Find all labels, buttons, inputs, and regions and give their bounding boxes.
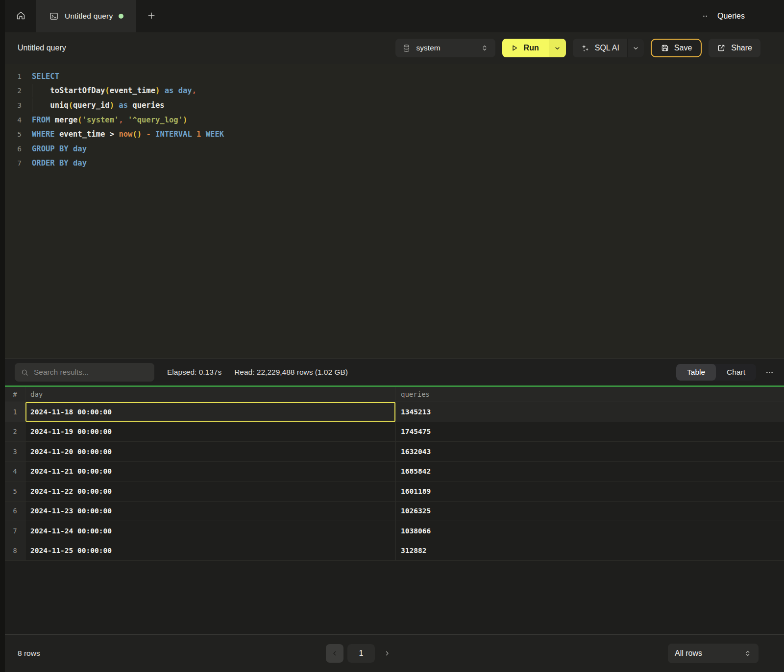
row-index-cell[interactable]: 2 (5, 422, 25, 442)
queries-button[interactable]: Queries (717, 12, 745, 21)
sql-ai-button-group: SQL AI (573, 39, 644, 57)
line-number: 6 (5, 145, 22, 153)
code-line[interactable]: 2 toStartOfDay(event_time) as day, (5, 84, 784, 98)
table-row: 62024-11-23 00:00:001026325 (5, 502, 784, 522)
page-size-select[interactable]: All rows (668, 644, 759, 663)
column-header-index[interactable]: # (5, 387, 25, 402)
home-button[interactable] (5, 0, 36, 32)
window-edge (0, 0, 5, 672)
chevron-right-icon (384, 650, 391, 657)
line-number: 5 (5, 130, 22, 138)
code-line[interactable]: 1SELECT (5, 69, 784, 84)
code-line[interactable]: 6GROUP BY day (5, 142, 784, 156)
database-select[interactable]: system (395, 39, 495, 57)
save-icon (661, 44, 669, 52)
sql-editor[interactable]: 1SELECT2 toStartOfDay(event_time) as day… (5, 64, 784, 359)
row-index-cell[interactable]: 6 (5, 502, 25, 521)
toolbar-actions: system Run (395, 39, 760, 57)
code-text: toStartOfDay(event_time) as day, (32, 86, 196, 95)
run-button[interactable]: Run (502, 39, 549, 57)
code-line[interactable]: 5WHERE event_time > now() - INTERVAL 1 W… (5, 127, 784, 142)
select-chevrons-icon (481, 44, 489, 52)
query-title: Untitled query (18, 44, 66, 52)
read-stats: Read: 22,229,488 rows (1.02 GB) (234, 368, 348, 377)
line-number: 3 (5, 101, 22, 109)
code-text: GROUP BY day (32, 144, 87, 153)
tab-bar-right: Queries (701, 0, 784, 32)
chevron-left-icon (331, 650, 338, 657)
day-cell[interactable]: 2024-11-23 00:00:00 (25, 502, 396, 521)
query-toolbar: Untitled query system (5, 32, 784, 64)
line-number: 2 (5, 87, 22, 95)
save-label: Save (674, 44, 692, 52)
row-index-cell[interactable]: 3 (5, 442, 25, 461)
table-row: 82024-11-25 00:00:00312882 (5, 541, 784, 561)
queries-cell[interactable]: 1745475 (396, 422, 784, 442)
row-index-cell[interactable]: 7 (5, 521, 25, 541)
code-line[interactable]: 4FROM merge('system', '^query_log') (5, 113, 784, 127)
tab-bar-spacer (167, 0, 701, 32)
code-line[interactable]: 3 uniq(query_id) as queries (5, 98, 784, 113)
day-cell[interactable]: 2024-11-24 00:00:00 (25, 521, 396, 541)
queries-cell[interactable]: 1601189 (396, 481, 784, 501)
pagination: 1 (326, 644, 395, 663)
queries-cell[interactable]: 1632043 (396, 442, 784, 461)
column-header-queries[interactable]: queries (396, 387, 784, 402)
view-toggle: Table Chart (676, 364, 756, 381)
search-results-input[interactable] (34, 368, 148, 377)
queries-cell[interactable]: 312882 (396, 541, 784, 561)
day-cell[interactable]: 2024-11-18 00:00:00 (25, 402, 396, 422)
day-cell[interactable]: 2024-11-19 00:00:00 (25, 422, 396, 442)
queries-cell[interactable]: 1026325 (396, 502, 784, 521)
sparkles-icon (581, 44, 589, 52)
day-cell[interactable]: 2024-11-21 00:00:00 (25, 462, 396, 481)
row-index-cell[interactable]: 5 (5, 481, 25, 501)
queries-cell[interactable]: 1038066 (396, 521, 784, 541)
row-index-cell[interactable]: 1 (5, 402, 25, 422)
day-cell[interactable]: 2024-11-20 00:00:00 (25, 442, 396, 461)
results-table-body: 12024-11-18 00:00:00134521322024-11-19 0… (5, 402, 784, 561)
code-text: WHERE event_time > now() - INTERVAL 1 WE… (32, 130, 224, 139)
search-icon (21, 368, 29, 377)
search-results-box[interactable] (15, 363, 154, 382)
row-index-cell[interactable]: 4 (5, 462, 25, 481)
overflow-menu-icon[interactable] (701, 12, 710, 21)
code-text: ORDER BY day (32, 159, 87, 168)
play-icon (510, 44, 519, 52)
day-cell[interactable]: 2024-11-25 00:00:00 (25, 541, 396, 561)
code-text: SELECT (32, 72, 59, 81)
day-cell[interactable]: 2024-11-22 00:00:00 (25, 481, 396, 501)
share-button[interactable]: Share (709, 39, 760, 57)
run-options-button[interactable] (549, 39, 566, 57)
results-menu-icon[interactable] (765, 368, 774, 377)
save-button[interactable]: Save (651, 39, 702, 57)
share-icon (717, 44, 726, 52)
row-count-label: 8 rows (18, 649, 40, 658)
page-size-value: All rows (675, 649, 702, 658)
view-tab-table[interactable]: Table (676, 364, 716, 381)
tab-untitled-query[interactable]: Untitled query (36, 0, 136, 32)
current-page-button[interactable]: 1 (347, 644, 375, 663)
home-icon (16, 10, 26, 22)
row-index-cell[interactable]: 8 (5, 541, 25, 561)
next-page-button[interactable] (379, 644, 395, 663)
prev-page-button[interactable] (326, 644, 343, 663)
plus-icon (147, 11, 156, 22)
column-header-day[interactable]: day (25, 387, 396, 402)
chevron-down-icon (554, 45, 561, 52)
database-select-value: system (416, 44, 475, 52)
queries-cell[interactable]: 1345213 (396, 402, 784, 422)
sql-ai-button[interactable]: SQL AI (573, 39, 627, 57)
chevron-down-icon (632, 45, 639, 52)
tab-label: Untitled query (65, 12, 113, 21)
table-row: 42024-11-21 00:00:001685842 (5, 462, 784, 482)
new-tab-button[interactable] (136, 0, 167, 32)
code-line[interactable]: 7ORDER BY day (5, 156, 784, 171)
sql-ai-options-button[interactable] (627, 39, 644, 57)
unsaved-changes-dot (119, 14, 123, 19)
view-tab-chart[interactable]: Chart (716, 364, 756, 381)
results-table: # day queries 12024-11-18 00:00:00134521… (5, 387, 784, 634)
sql-console: Untitled query Queries Untitled query (5, 0, 784, 672)
line-number: 7 (5, 159, 22, 167)
queries-cell[interactable]: 1685842 (396, 462, 784, 481)
